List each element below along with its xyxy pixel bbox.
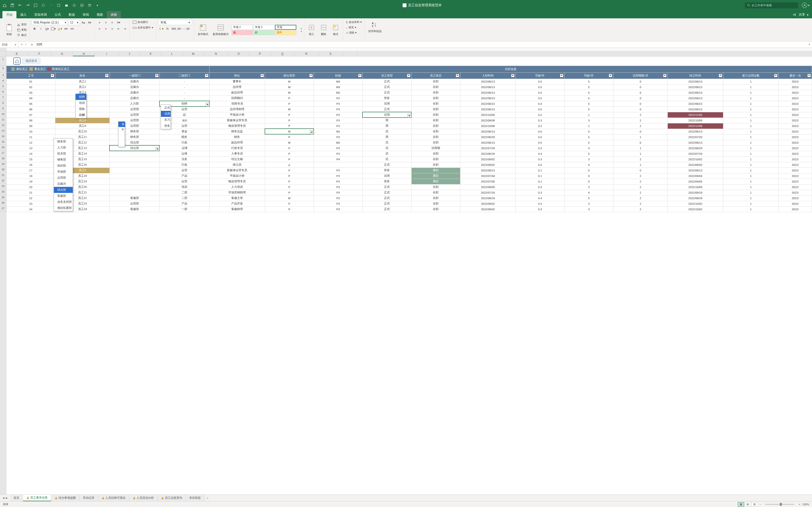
row-header[interactable]: 17: [0, 150, 6, 156]
sheet-nav-prev-icon[interactable]: ◀: [2, 496, 4, 500]
expand-formula-icon[interactable]: ▾: [807, 43, 812, 46]
align-bottom-icon[interactable]: ≡: [109, 20, 115, 25]
cell[interactable]: 5: [564, 84, 613, 90]
cell[interactable]: 0: [564, 179, 613, 184]
sort-filter-button[interactable]: AZ排序和筛选: [367, 20, 383, 34]
row-header[interactable]: 3: [0, 72, 6, 78]
style-bad[interactable]: 差: [232, 30, 253, 35]
cell[interactable]: M: [265, 129, 314, 134]
cell[interactable]: 2022/: [779, 173, 812, 179]
row-header[interactable]: 10: [0, 111, 6, 117]
cell[interactable]: 0.3: [516, 201, 564, 207]
cell[interactable]: 运营部: [109, 112, 159, 118]
cell[interactable]: [109, 190, 159, 195]
cell[interactable]: 2022/12/08: [668, 123, 723, 129]
cell[interactable]: 2022/08/08: [460, 118, 516, 123]
cell[interactable]: 19: [6, 179, 55, 184]
cell[interactable]: P4: [314, 157, 362, 162]
cell[interactable]: 财务总监: [209, 129, 265, 134]
cell[interactable]: 2: [613, 157, 668, 162]
cell[interactable]: 15: [6, 157, 55, 162]
cell[interactable]: 试用期: [411, 145, 460, 151]
cell[interactable]: P: [265, 112, 314, 118]
column-header[interactable]: R: [294, 51, 318, 56]
cell[interactable]: 2022/: [779, 207, 812, 212]
toolbar-icon[interactable]: [33, 3, 38, 7]
cell[interactable]: P: [265, 207, 314, 212]
dropdown-option[interactable]: 业务支持部: [54, 199, 73, 205]
column-header-cell[interactable]: 转正时间: [668, 72, 723, 79]
cell[interactable]: 0.3: [516, 190, 564, 195]
cell[interactable]: 一部: [159, 207, 209, 212]
cell[interactable]: 在职: [411, 207, 460, 212]
cell[interactable]: 0: [613, 168, 668, 173]
table-row[interactable]: 18员工18产品平面设计师PP3试用离职2022/07/040.1022022/…: [6, 173, 812, 179]
cell[interactable]: 0.4: [516, 151, 564, 157]
cell[interactable]: 2022/: [779, 145, 812, 151]
cell[interactable]: 运营部: [109, 201, 159, 207]
row-header[interactable]: 27: [0, 206, 6, 211]
cell[interactable]: 1: [723, 162, 779, 168]
table-row[interactable]: 22员工22客服部二部客服主管MP3正式在职2022/06/290.452202…: [6, 195, 812, 201]
cell[interactable]: 2022/: [779, 190, 812, 195]
cell[interactable]: M: [265, 140, 314, 145]
cell[interactable]: M4: [314, 79, 362, 84]
cell[interactable]: 3: [564, 201, 613, 207]
cell[interactable]: 总裁办: [109, 79, 159, 84]
cell[interactable]: 行政: [159, 140, 209, 145]
dropdown-option[interactable]: 技术部: [54, 151, 73, 157]
filter-arrow-icon[interactable]: [511, 74, 514, 77]
toolbar-icon[interactable]: [72, 3, 77, 7]
cell[interactable]: 2022/09/04: [668, 173, 723, 179]
cell[interactable]: 正式: [362, 90, 411, 95]
cell[interactable]: 财务: [209, 134, 265, 140]
cell[interactable]: P3: [314, 107, 362, 112]
table-row[interactable]: 09员工9运营部运营物业管理专员PP3用在职2022/10/080.212202…: [6, 123, 812, 129]
table-row[interactable]: 05员工5人力部招聘招商专员PP3试用在职2022/06/220.4502022…: [6, 101, 812, 107]
style-normal[interactable]: 常规: [275, 25, 296, 30]
cell[interactable]: 2: [613, 207, 668, 212]
row-header[interactable]: 16: [0, 145, 6, 150]
data-grid[interactable]: 返回首页离职员工 重名员工 即将转正员工任职信息工号姓名一级部门二级部门岗位岗位…: [6, 56, 812, 212]
row-header[interactable]: 24: [0, 189, 6, 194]
print-icon[interactable]: [88, 3, 92, 7]
tab-table[interactable]: 表格: [107, 11, 121, 18]
row-header[interactable]: 13: [0, 128, 6, 133]
cell[interactable]: 2022/: [779, 90, 812, 95]
dropdown-option[interactable]: 劳务: [161, 123, 170, 129]
font-name-select[interactable]: 等线 Regular (正文)▾: [32, 20, 68, 25]
cell[interactable]: P3: [314, 207, 362, 212]
row-header[interactable]: 1: [0, 56, 6, 66]
cell[interactable]: 5: [564, 79, 613, 84]
column-header-cell[interactable]: 一级部门: [109, 72, 159, 79]
cell[interactable]: 2022/06/13: [668, 84, 723, 90]
cell[interactable]: [109, 184, 159, 190]
cell[interactable]: 正式: [362, 190, 411, 195]
column-header-cell[interactable]: 试用期限/月: [613, 72, 668, 79]
cell[interactable]: 2022/: [779, 151, 812, 157]
cell[interactable]: [314, 162, 362, 168]
cell[interactable]: 2022/06/29: [460, 195, 516, 201]
cancel-formula-icon[interactable]: ✕: [21, 43, 23, 46]
indent-left-icon[interactable]: ⇤: [115, 26, 121, 32]
cell[interactable]: 在职: [411, 95, 460, 101]
view-page-layout-icon[interactable]: ▤: [745, 502, 751, 507]
cell[interactable]: 5: [564, 101, 613, 107]
table-row[interactable]: 11员工11财务部税务财务PP3用在职2022/06/200.5512022/0…: [6, 134, 812, 140]
cell[interactable]: [109, 173, 159, 179]
cell[interactable]: 在职: [411, 101, 460, 107]
cell[interactable]: 0.4: [516, 195, 564, 201]
cell[interactable]: 0.1: [516, 179, 564, 184]
table-row[interactable]: 19员工19运营物业管理专员PP3劳务离职2022/07/050.1022022…: [6, 179, 812, 184]
cell[interactable]: 0.3: [516, 162, 564, 168]
cell[interactable]: 04: [6, 95, 55, 101]
cell[interactable]: 客服助理: [209, 207, 265, 212]
cell[interactable]: 2022/08/02: [460, 157, 516, 162]
cell[interactable]: 24: [6, 207, 55, 212]
cell[interactable]: 2: [613, 118, 668, 123]
cell[interactable]: 1: [723, 112, 779, 118]
fill-button[interactable]: ↓ 填充 ▾: [345, 25, 363, 30]
dropdown-option[interactable]: 绩效: [75, 106, 86, 112]
redo-icon[interactable]: [26, 3, 30, 7]
cell[interactable]: 2022/: [779, 184, 812, 190]
